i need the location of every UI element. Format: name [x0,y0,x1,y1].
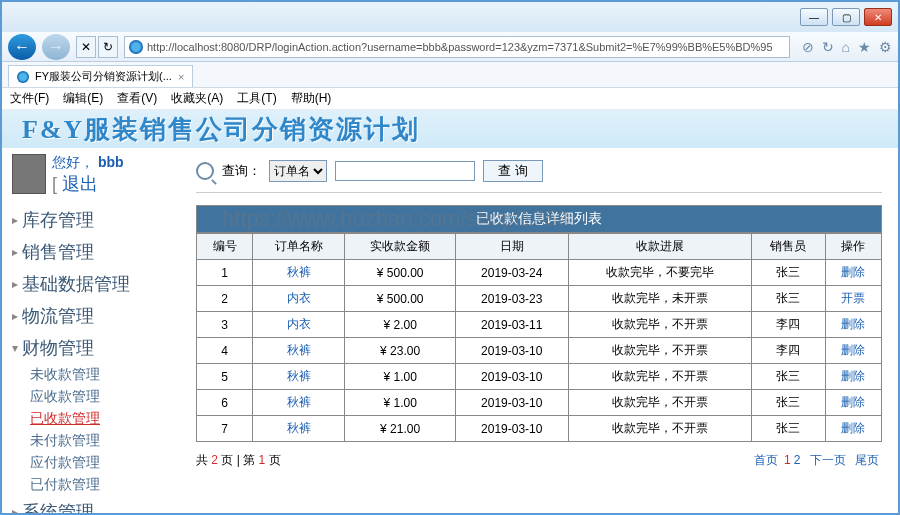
address-bar[interactable]: http://localhost:8080/DRP/loginAction.ac… [124,36,790,58]
pager-text: 页 | 第 [218,453,258,467]
back-button[interactable]: ← [8,34,36,60]
table-row: 6秋裤¥ 1.002019-03-10收款完毕，不开票张三删除 [197,390,882,416]
refresh-button[interactable]: ↻ [98,36,118,58]
menu-tools[interactable]: 工具(T) [237,90,276,107]
pager-text: 页 [265,453,280,467]
search-label: 查询： [222,162,261,180]
cell-order-name[interactable]: 内衣 [253,312,345,338]
cell-order-name[interactable]: 内衣 [253,286,345,312]
pagination: 共 2 页 | 第 1 页 首页 12 下一页 尾页 [196,452,882,469]
window-close-button[interactable]: ✕ [864,8,892,26]
tab-close-icon[interactable]: × [178,71,184,83]
cell-amount: ¥ 21.00 [345,416,456,442]
cell-progress: 收款完毕，不要完毕 [568,260,751,286]
cell-op[interactable]: 开票 [825,286,881,312]
browser-menu: 文件(F) 编辑(E) 查看(V) 收藏夹(A) 工具(T) 帮助(H) [2,88,898,110]
cell-id: 7 [197,416,253,442]
table-row: 5秋裤¥ 1.002019-03-10收款完毕，不开票张三删除 [197,364,882,390]
cell-date: 2019-03-10 [455,390,568,416]
cell-date: 2019-03-24 [455,260,568,286]
refresh-icon[interactable]: ↻ [822,39,834,55]
search-input[interactable] [335,161,475,181]
cell-id: 1 [197,260,253,286]
sidebar-subitem-5[interactable]: 已付款管理 [30,474,182,496]
cell-order-name[interactable]: 秋裤 [253,416,345,442]
ie-icon [129,40,143,54]
logout-link[interactable]: 退出 [52,172,124,196]
menu-file[interactable]: 文件(F) [10,90,49,107]
table-header: 编号 [197,234,253,260]
sidebar-item-5[interactable]: 系统管理 [12,496,182,515]
hello-prefix: 您好， [52,154,94,170]
sidebar-subitem-0[interactable]: 未收款管理 [30,364,182,386]
cell-amount: ¥ 500.00 [345,260,456,286]
pager-page-1[interactable]: 1 [784,453,791,467]
home-icon[interactable]: ⌂ [842,39,850,55]
cell-id: 6 [197,390,253,416]
sidebar-subitem-3[interactable]: 未付款管理 [30,430,182,452]
cell-order-name[interactable]: 秋裤 [253,364,345,390]
cell-progress: 收款完毕，不开票 [568,312,751,338]
url-text: http://localhost:8080/DRP/loginAction.ac… [147,41,773,53]
window-minimize-button[interactable]: — [800,8,828,26]
ie-icon [17,71,29,83]
cell-op[interactable]: 删除 [825,338,881,364]
sidebar-item-4[interactable]: 财物管理 [12,332,182,364]
cell-op[interactable]: 删除 [825,312,881,338]
pager-next[interactable]: 下一页 [810,453,846,467]
search-field-select[interactable]: 订单名 [269,160,327,182]
cell-op[interactable]: 删除 [825,364,881,390]
cell-seller: 张三 [751,416,825,442]
cell-op[interactable]: 删除 [825,416,881,442]
table-row: 1秋裤¥ 500.002019-03-24收款完毕，不要完毕张三删除 [197,260,882,286]
cell-progress: 收款完毕，未开票 [568,286,751,312]
browser-toolbar: ← → ✕ ↻ http://localhost:8080/DRP/loginA… [2,32,898,62]
sidebar-subitem-1[interactable]: 应收款管理 [30,386,182,408]
search-bar: 查询： 订单名 查 询 [196,154,882,193]
compat-icon[interactable]: ⊘ [802,39,814,55]
cell-seller: 李四 [751,312,825,338]
sidebar-subitem-2[interactable]: 已收款管理 [30,408,182,430]
browser-tab[interactable]: FY服装公司分销资源计划(... × [8,65,193,87]
favorites-icon[interactable]: ★ [858,39,871,55]
search-button[interactable]: 查 询 [483,160,543,182]
cell-order-name[interactable]: 秋裤 [253,338,345,364]
pager-page-2[interactable]: 2 [794,453,801,467]
tab-strip: FY服装公司分销资源计划(... × [2,62,898,88]
tools-icon[interactable]: ⚙ [879,39,892,55]
forward-button[interactable]: → [42,34,70,60]
cell-date: 2019-03-23 [455,286,568,312]
menu-edit[interactable]: 编辑(E) [63,90,103,107]
cell-amount: ¥ 23.00 [345,338,456,364]
table-row: 7秋裤¥ 21.002019-03-10收款完毕，不开票张三删除 [197,416,882,442]
page-banner: F&Y服装销售公司分销资源计划 [2,110,898,148]
pager-text: 共 [196,453,211,467]
cell-seller: 张三 [751,390,825,416]
menu-help[interactable]: 帮助(H) [291,90,332,107]
menu-view[interactable]: 查看(V) [117,90,157,107]
sidebar-item-0[interactable]: 库存管理 [12,204,182,236]
stop-button[interactable]: ✕ [76,36,96,58]
cell-progress: 收款完毕，不开票 [568,416,751,442]
cell-seller: 张三 [751,364,825,390]
window-maximize-button[interactable]: ▢ [832,8,860,26]
table-header: 日期 [455,234,568,260]
cell-date: 2019-03-11 [455,312,568,338]
sidebar-subitem-4[interactable]: 应付款管理 [30,452,182,474]
cell-op[interactable]: 删除 [825,390,881,416]
table-header: 收款进展 [568,234,751,260]
cell-op[interactable]: 删除 [825,260,881,286]
pager-first[interactable]: 首页 [754,453,778,467]
cell-id: 4 [197,338,253,364]
cell-order-name[interactable]: 秋裤 [253,260,345,286]
cell-order-name[interactable]: 秋裤 [253,390,345,416]
sidebar-item-1[interactable]: 销售管理 [12,236,182,268]
sidebar: 您好， bbb 退出 库存管理销售管理基础数据管理物流管理财物管理未收款管理应收… [2,148,192,513]
user-panel: 您好， bbb 退出 [12,154,182,196]
menu-favorites[interactable]: 收藏夹(A) [171,90,223,107]
cell-amount: ¥ 1.00 [345,390,456,416]
cell-amount: ¥ 500.00 [345,286,456,312]
sidebar-item-3[interactable]: 物流管理 [12,300,182,332]
sidebar-item-2[interactable]: 基础数据管理 [12,268,182,300]
pager-last[interactable]: 尾页 [855,453,879,467]
